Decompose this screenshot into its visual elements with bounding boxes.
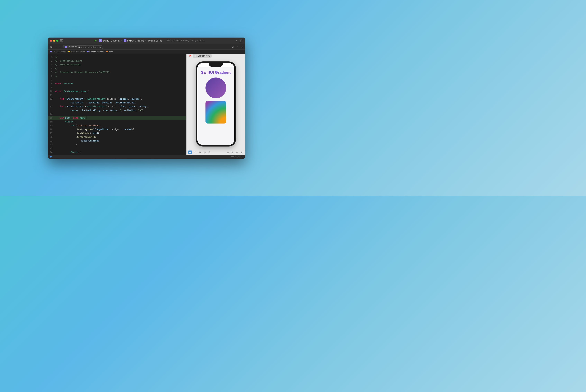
preview-tab[interactable]: ⬜ Content View xyxy=(193,54,212,58)
breadcrumb-file-icon xyxy=(87,51,88,52)
code-line: 10 struct ContentView: View { xyxy=(48,90,186,93)
code-line: 6 // xyxy=(48,74,186,78)
preview-bottom-right: ⊖ ⊜ ⊕ ⊡ xyxy=(226,150,243,154)
preview-panel: 📌 ⬜ Content View SwiftUI Gradient xyxy=(186,54,245,155)
code-line: 5 // Created by Hidayat Abisena on 10/07… xyxy=(48,70,186,74)
zoom-out-button[interactable]: ⊖ xyxy=(226,150,230,154)
add-button[interactable]: + xyxy=(235,39,238,42)
traffic-lights xyxy=(50,40,58,42)
code-line: center: .bottomTrailing, startRadius: 0,… xyxy=(48,108,186,112)
status-bar: Line: 15 Col: 26 xyxy=(48,155,245,159)
code-line: 9 xyxy=(48,86,186,90)
code-line: 24 Circle() xyxy=(48,150,186,154)
breadcrumb-sep-2: › xyxy=(85,50,86,52)
breadcrumb-item-3[interactable]: ContentView.swift xyxy=(89,50,104,52)
forward-button[interactable]: › xyxy=(59,45,62,48)
code-line: 21 linearGradient xyxy=(48,139,186,143)
code-line: 7 xyxy=(48,78,186,82)
iphone-notch xyxy=(209,63,223,67)
navigator-toggle-button[interactable] xyxy=(60,39,63,42)
variants-button[interactable]: ◫ xyxy=(203,150,206,154)
code-line: 14 xyxy=(48,112,186,116)
code-line: 4 // xyxy=(48,66,186,70)
preview-toolbar: 📌 ⬜ Content View xyxy=(186,54,245,58)
run-icon xyxy=(95,40,97,42)
preview-tab-icon: ⬜ xyxy=(194,55,197,57)
breadcrumb-item-4[interactable]: body xyxy=(109,50,113,52)
code-line: 23 xyxy=(48,146,186,150)
status-indicator xyxy=(50,156,52,158)
code-line: 11 xyxy=(48,93,186,97)
preview-bottom-left: ▶ ⬚ ⊞ ◫ ⚙ xyxy=(188,150,211,154)
sidebar-toggle-icon[interactable]: ⊞ xyxy=(50,45,53,48)
app-preview-title: SwiftUI Gradient xyxy=(201,70,231,75)
run-button[interactable] xyxy=(93,39,97,42)
status-left xyxy=(50,156,52,158)
zoom-100-button[interactable]: ⊡ xyxy=(240,150,243,154)
code-line-active: 15 var body: some View { xyxy=(48,116,186,120)
scheme-icon: S xyxy=(124,39,126,42)
navigator-icon xyxy=(60,40,63,42)
build-status: SwiftUI-Gradient: Ready | Today at 09.09 xyxy=(167,40,204,42)
iphone-mockup: SwiftUI Gradient xyxy=(196,62,236,146)
back-button[interactable]: ‹ xyxy=(54,45,57,48)
breadcrumb-folder-icon xyxy=(68,51,70,52)
scheme-name: SwiftUI-Gradient xyxy=(127,40,143,42)
device-name: iPhone 14 Pro xyxy=(148,40,162,42)
code-line: startPoint: .toLeading, endPoint: .botto… xyxy=(48,101,186,105)
split-editor-icon[interactable]: ⊡ xyxy=(231,45,234,48)
breadcrumb-project-icon xyxy=(50,51,52,52)
breadcrumb-symbol-icon xyxy=(106,51,108,52)
device-preview-button[interactable]: ⬚ xyxy=(193,150,197,154)
settings-preview-button[interactable]: ⚙ xyxy=(208,150,211,154)
breadcrumb-item-2[interactable]: SwiftUI-Gradient xyxy=(71,50,85,52)
code-line: 17 Text("SwiftUI Gradient") xyxy=(48,124,186,128)
breadcrumb-sep-1: › xyxy=(67,50,68,52)
title-center: S SwiftUI-Gradient › S SwiftUI-Gradient … xyxy=(63,39,235,42)
cursor-position: Line: 15 Col: 26 xyxy=(230,156,243,158)
preview-content: SwiftUI Gradient xyxy=(186,58,245,150)
navigator-tooltip: Hide or show the Navigator xyxy=(77,46,103,49)
breadcrumb-item-1[interactable]: SwiftUI-Gradient xyxy=(52,50,66,52)
layout-options-icon[interactable]: ⬚ xyxy=(240,45,243,48)
editor-options-icon[interactable]: ≡ xyxy=(235,45,239,48)
code-line: 12 let linearGradient = LinearGradient(c… xyxy=(48,97,186,101)
swift-file-icon xyxy=(65,46,67,48)
zoom-fit-button[interactable]: ⊜ xyxy=(231,150,234,154)
code-line: 18 .font(.system(.largeTitle, design: .r… xyxy=(48,128,186,131)
code-line: 16 VStack { xyxy=(48,120,186,124)
gradient-circle xyxy=(205,78,226,98)
preview-bottom-toolbar: ▶ ⬚ ⊞ ◫ ⚙ ⊖ ⊜ ⊕ ⊡ xyxy=(186,150,245,155)
minimize-button[interactable] xyxy=(53,40,55,42)
titlebar-right: + ⬚ xyxy=(235,39,243,42)
code-line: 1 // xyxy=(48,55,186,59)
sep1: › xyxy=(121,40,122,42)
project-title: SwiftUI-Gradient xyxy=(103,40,119,42)
grid-preview-button[interactable]: ⊞ xyxy=(198,150,202,154)
code-line: 3 // SwiftUI-Gradient xyxy=(48,63,186,66)
code-line: 2 // ContentView.swift xyxy=(48,59,186,63)
play-preview-button[interactable]: ▶ xyxy=(188,150,192,154)
maximize-button[interactable] xyxy=(56,40,58,42)
main-content: 1 // 2 // ContentView.swift 3 // SwiftUI… xyxy=(48,54,245,155)
preview-tab-label: Content View xyxy=(198,55,210,57)
layout-toggle[interactable]: ⬚ xyxy=(240,39,243,42)
project-icon: S xyxy=(99,39,102,42)
zoom-in-button[interactable]: ⊕ xyxy=(235,150,239,154)
code-line: 22 ) xyxy=(48,143,186,146)
code-line: 8 import SwiftUI xyxy=(48,82,186,86)
xcode-window: Hide or show the Navigator S SwiftUI-Gra… xyxy=(48,38,245,159)
code-editor[interactable]: 1 // 2 // ContentView.swift 3 // SwiftUI… xyxy=(48,54,186,155)
pin-icon[interactable]: 📌 xyxy=(188,54,191,58)
sep2: › xyxy=(145,40,146,42)
code-line: 13 let radialGradient = RadialGradient(c… xyxy=(48,105,186,108)
titlebar: Hide or show the Navigator S SwiftUI-Gra… xyxy=(48,38,245,44)
close-button[interactable] xyxy=(50,40,52,42)
code-line: 20 .foregroundStyle( xyxy=(48,135,186,139)
breadcrumb-sep-3: › xyxy=(105,50,105,52)
gradient-rect xyxy=(205,101,226,124)
code-line: 19 .fontWeight(.bold) xyxy=(48,131,186,135)
breadcrumb: SwiftUI-Gradient › SwiftUI-Gradient › Co… xyxy=(48,50,245,54)
iphone-screen: SwiftUI Gradient xyxy=(197,67,234,145)
